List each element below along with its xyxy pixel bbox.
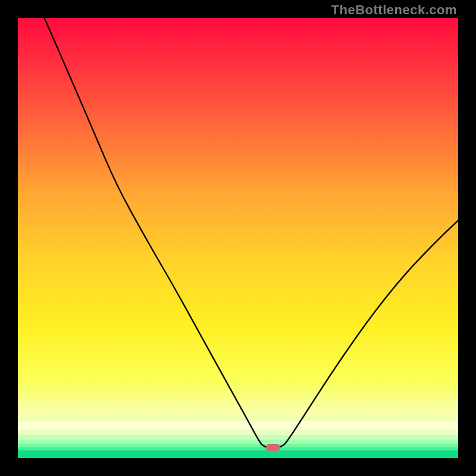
chart-frame: TheBottleneck.com xyxy=(0,0,476,476)
plot-area xyxy=(18,18,458,458)
curve-path xyxy=(44,18,458,447)
optimal-marker xyxy=(266,444,280,451)
bottleneck-curve xyxy=(18,18,458,458)
watermark-text: TheBottleneck.com xyxy=(331,2,457,18)
